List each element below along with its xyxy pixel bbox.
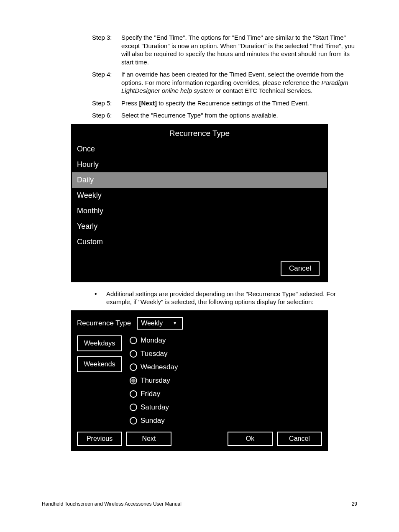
day-label: Saturday [141, 403, 169, 412]
step-row: Step 5:Press [Next] to specify the Recur… [92, 99, 357, 107]
step-label: Step 6: [92, 111, 121, 120]
step-body: Select the "Recurrence Type" from the op… [121, 111, 357, 120]
recurrence-option[interactable]: Hourly [72, 157, 327, 172]
next-button[interactable]: Next [126, 432, 171, 446]
ok-button[interactable]: Ok [228, 432, 273, 446]
step-label: Step 3: [92, 33, 121, 66]
dropdown-value: Weekly [141, 320, 163, 327]
step-row: Step 6:Select the "Recurrence Type" from… [92, 111, 357, 120]
radio-icon [130, 363, 137, 371]
day-option[interactable]: Tuesday [130, 350, 178, 358]
radio-icon [130, 350, 137, 358]
day-option[interactable]: Sunday [130, 417, 178, 425]
footer-title: Handheld Touchscreen and Wireless Access… [42, 501, 182, 507]
radio-icon [130, 337, 137, 344]
bullet-note: • Additional settings are provided depen… [92, 290, 357, 306]
dialog-title: Recurrence Type [72, 125, 327, 141]
step-label: Step 5: [92, 99, 121, 107]
day-label: Friday [141, 390, 160, 398]
bullet-icon: • [92, 290, 106, 306]
radio-icon [130, 377, 137, 384]
page-footer: Handheld Touchscreen and Wireless Access… [42, 501, 357, 507]
day-label: Tuesday [141, 350, 168, 358]
weekly-options-dialog: Recurrence Type Weekly ▼ WeekdaysWeekend… [71, 310, 328, 451]
recurrence-option[interactable]: Daily [72, 172, 327, 188]
page-number: 29 [352, 501, 357, 507]
day-option[interactable]: Monday [130, 336, 178, 345]
day-label: Monday [141, 336, 166, 345]
step-label: Step 4: [92, 70, 121, 95]
step-body: Specify the "End Time". The options for … [121, 33, 357, 66]
recurrence-option[interactable]: Once [72, 141, 327, 157]
steps-list: Step 3:Specify the "End Time". The optio… [92, 33, 357, 120]
radio-icon [130, 390, 137, 398]
day-option[interactable]: Wednesday [130, 363, 178, 371]
step-row: Step 4:If an override has been created f… [92, 70, 357, 95]
day-option[interactable]: Friday [130, 390, 178, 398]
cancel-button[interactable]: Cancel [277, 432, 322, 446]
radio-icon [130, 417, 137, 425]
step-row: Step 3:Specify the "End Time". The optio… [92, 33, 357, 66]
day-option[interactable]: Saturday [130, 403, 178, 412]
day-label: Sunday [141, 417, 165, 425]
bullet-text: Additional settings are provided dependi… [106, 290, 357, 306]
recurrence-type-dialog: Recurrence Type OnceHourlyDailyWeeklyMon… [71, 124, 328, 282]
step-body: If an override has been created for the … [121, 70, 357, 95]
recurrence-type-label: Recurrence Type [77, 319, 131, 327]
day-label: Thursday [141, 376, 170, 385]
chevron-down-icon: ▼ [173, 321, 177, 325]
recurrence-option[interactable]: Yearly [72, 219, 327, 234]
recurrence-option[interactable]: Monthly [72, 203, 327, 219]
recurrence-option[interactable]: Weekly [72, 188, 327, 203]
recurrence-type-dropdown[interactable]: Weekly ▼ [137, 317, 183, 330]
step-body: Press [Next] to specify the Recurrence s… [121, 99, 357, 107]
recurrence-option[interactable]: Custom [72, 234, 327, 250]
weekends-button[interactable]: Weekends [77, 356, 122, 372]
cancel-button[interactable]: Cancel [281, 261, 320, 276]
day-option[interactable]: Thursday [130, 376, 178, 385]
day-label: Wednesday [141, 363, 178, 371]
recurrence-type-list: OnceHourlyDailyWeeklyMonthlyYearlyCustom [72, 141, 327, 250]
radio-icon [130, 404, 137, 411]
previous-button[interactable]: Previous [77, 432, 122, 446]
weekdays-button[interactable]: Weekdays [77, 335, 122, 351]
